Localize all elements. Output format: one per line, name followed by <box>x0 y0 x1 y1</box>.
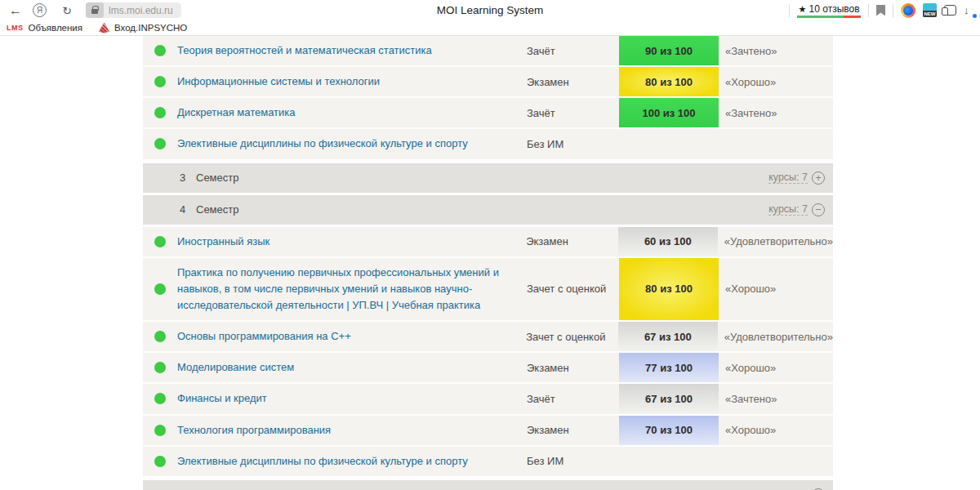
bookmark-announcements[interactable]: LMS Объявления <box>7 23 82 33</box>
page-content: Теория вероятностей и математическая ста… <box>0 36 980 490</box>
yandex-icon[interactable]: Я <box>33 3 47 17</box>
table-row: Информационные системы и технологии Экза… <box>143 67 833 98</box>
status-dot-icon <box>154 393 166 404</box>
course-link[interactable]: Элективные дисциплины по физической куль… <box>177 455 468 467</box>
course-link[interactable]: Дискретная математика <box>177 106 296 118</box>
score-badge: 80 из 100 <box>619 67 719 96</box>
course-link[interactable]: Моделирование систем <box>177 361 294 373</box>
course-link[interactable]: Иностранный язык <box>177 235 270 247</box>
courses-count-link[interactable]: курсы: 7 <box>768 203 808 216</box>
browser-toolbar: ← Я ↻ lms.moi.edu.ru MOI Learning System… <box>0 0 980 20</box>
grade-text: «Хорошо» <box>719 283 833 295</box>
lock-icon <box>86 2 104 18</box>
course-link[interactable]: Практика по получению первичных професси… <box>177 266 499 311</box>
status-dot-icon <box>154 331 166 342</box>
reviews-bar <box>797 16 861 18</box>
status-dot-icon <box>154 138 166 149</box>
back-button[interactable]: ← <box>5 3 26 18</box>
status-dot-cell <box>143 36 177 65</box>
assessment-type: Зачет с оценкой <box>527 283 619 295</box>
semester-number: 3 <box>180 172 196 184</box>
semester-number: 4 <box>180 203 196 216</box>
table-row: Элективные дисциплины по физической куль… <box>143 447 833 478</box>
course-link[interactable]: Финансы и кредит <box>177 392 267 404</box>
address-bar[interactable]: lms.moi.edu.ru <box>86 2 181 18</box>
table-row: Элективные дисциплины по физической куль… <box>143 129 833 160</box>
browser-chrome: ← Я ↻ lms.moi.edu.ru MOI Learning System… <box>0 0 980 36</box>
score-badge: 90 из 100 <box>619 36 719 65</box>
semester-courses-toggle[interactable]: курсы: 7 − <box>768 203 825 216</box>
assessment-type: Без ИМ <box>527 138 619 150</box>
extension-collections-icon[interactable] <box>944 5 956 16</box>
score-badge: 60 из 100 <box>618 227 718 256</box>
table-row: Дискретная математика Зачёт 100 из 100 «… <box>143 98 833 129</box>
status-dot-icon <box>154 456 166 467</box>
course-link[interactable]: Технология программирования <box>177 424 331 436</box>
bookmark-flag-icon[interactable] <box>876 5 885 16</box>
table-row: Практика по получению первичных професси… <box>143 258 833 322</box>
status-dot-icon <box>154 236 166 247</box>
extension-new-icon[interactable]: NEW <box>923 3 937 17</box>
lms-favicon: LMS <box>7 24 24 32</box>
new-badge: NEW <box>923 11 937 17</box>
courses-count-link[interactable]: курсы: 7 <box>768 172 808 184</box>
score-badge <box>619 447 719 476</box>
bookmark-label[interactable]: Вход.INPSYCHO <box>114 23 187 33</box>
score-badge: 77 из 100 <box>619 353 719 382</box>
shield-favicon <box>99 23 109 33</box>
bookmark-label[interactable]: Объявления <box>29 23 83 33</box>
semester-header-row: 5 Семестр курсы: 8 + <box>143 480 833 490</box>
score-badge: 80 из 100 <box>619 258 719 320</box>
semester-courses-toggle[interactable]: курсы: 7 + <box>768 172 825 185</box>
score-badge: 67 из 100 <box>618 322 718 351</box>
bookmark-login[interactable]: Вход.INPSYCHO <box>99 23 187 33</box>
semester-label: Семестр <box>196 203 238 216</box>
separator <box>789 4 790 17</box>
course-link[interactable]: Основы программирования на C++ <box>177 330 351 342</box>
status-dot-icon <box>154 425 166 436</box>
status-dot-cell <box>143 67 177 96</box>
toolbar-right: ★ 10 отзывов NEW ↓ <box>782 3 975 18</box>
status-dot-icon <box>154 107 166 118</box>
course-link[interactable]: Теория вероятностей и математическая ста… <box>177 44 432 56</box>
download-icon[interactable]: ↓ <box>964 4 975 16</box>
assessment-type: Зачет с оценкой <box>526 331 618 343</box>
status-dot-icon <box>154 76 166 87</box>
status-dot-cell <box>143 129 177 158</box>
reviews-widget[interactable]: ★ 10 отзывов <box>797 3 861 18</box>
grade-text: «Зачтено» <box>719 45 833 57</box>
status-dot-icon <box>154 362 166 373</box>
grade-text: «Хорошо» <box>719 424 833 436</box>
status-dot-cell <box>143 416 177 445</box>
score-badge <box>619 129 719 158</box>
table-row: Теория вероятностей и математическая ста… <box>143 36 833 67</box>
course-link[interactable]: Информационные системы и технологии <box>177 75 380 87</box>
url-text[interactable]: lms.moi.edu.ru <box>109 5 173 16</box>
grade-text: «Удовлетворительно» <box>718 331 833 343</box>
toggle-icon[interactable]: − <box>812 203 825 216</box>
table-row: Моделирование систем Экзамен 77 из 100 «… <box>143 353 833 384</box>
separator <box>868 4 869 17</box>
assessment-type: Экзамен <box>527 362 619 374</box>
toggle-icon[interactable]: + <box>812 172 825 185</box>
status-dot-icon <box>154 283 166 295</box>
assessment-type: Зачёт <box>527 393 619 405</box>
assessment-type: Экзамен <box>527 76 619 88</box>
grade-text: «Зачтено» <box>719 107 833 119</box>
reviews-count: 10 отзывов <box>809 3 860 15</box>
status-dot-cell <box>143 384 177 413</box>
reload-icon[interactable]: ↻ <box>56 4 78 17</box>
star-icon: ★ <box>798 4 806 14</box>
bookmarks-bar: LMS Объявления Вход.INPSYCHO <box>0 20 980 36</box>
status-dot-cell <box>143 353 177 382</box>
assessment-type: Зачёт <box>527 45 619 57</box>
assessment-type: Зачёт <box>527 107 619 119</box>
grade-text: «Зачтено» <box>719 393 833 405</box>
extension-color-circle-icon[interactable] <box>901 3 915 18</box>
status-dot-cell <box>143 447 177 476</box>
status-dot-cell <box>143 227 177 256</box>
grade-text: «Хорошо» <box>719 76 833 88</box>
table-row: Основы программирования на C++ Зачет с о… <box>143 322 833 353</box>
semester-label: Семестр <box>196 172 238 184</box>
course-link[interactable]: Элективные дисциплины по физической куль… <box>177 137 468 149</box>
